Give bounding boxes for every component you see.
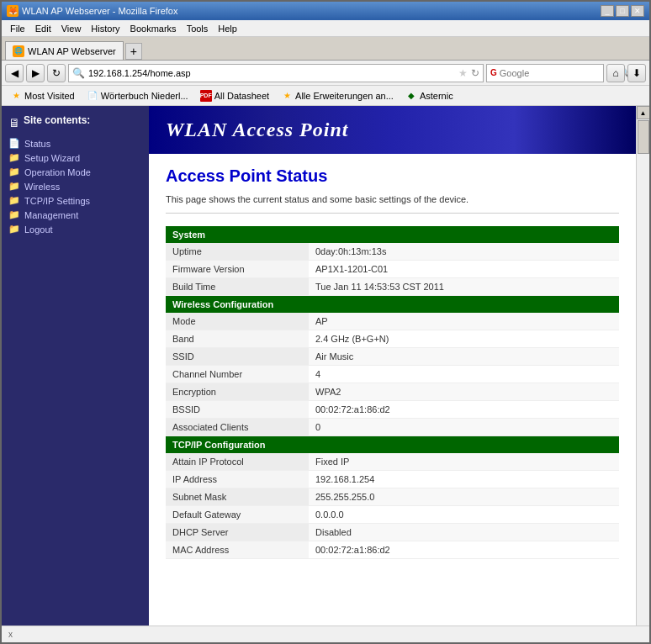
window-title: WLAN AP Webserver - Mozilla Firefox xyxy=(22,6,177,16)
ip-address-value: 192.168.1.254 xyxy=(309,471,619,488)
sidebar-label-logout: Logout xyxy=(24,224,53,235)
firmware-value: AP1X1-1201-C01 xyxy=(309,261,619,278)
bookmark-woerterbuch[interactable]: 📄 Wörterbuch Niederl... xyxy=(83,89,192,103)
scrollbar-thumb[interactable] xyxy=(638,120,649,154)
channel-value: 4 xyxy=(309,366,619,383)
page-wrapper: 🖥 Site contents: 📄 Status 📁 Setup Wizard… xyxy=(2,106,649,626)
band-value: 2.4 GHz (B+G+N) xyxy=(309,330,619,348)
header-title: WLAN Access Point xyxy=(166,119,348,140)
section-header-wireless: Wireless Configuration xyxy=(166,296,619,314)
reload-icon[interactable]: ↻ xyxy=(471,67,479,79)
uptime-label: Uptime xyxy=(166,243,309,261)
sidebar-item-operation-mode[interactable]: 📁 Operation Mode xyxy=(8,165,142,179)
search-engine-icon: G xyxy=(490,68,497,77)
default-gateway-label: Default Gateway xyxy=(166,506,309,524)
bookmark-label-1: Wörterbuch Niederl... xyxy=(101,91,188,101)
sidebar-label-wireless: Wireless xyxy=(24,182,60,192)
bssid-value: 00:02:72:a1:86:d2 xyxy=(309,401,619,419)
subnet-mask-value: 255.255.255.0 xyxy=(309,488,619,506)
ssid-label: SSID xyxy=(166,348,309,366)
close-button[interactable]: ✕ xyxy=(631,5,644,17)
file-menu[interactable]: File xyxy=(5,23,30,34)
table-row: Uptime 0day:0h:13m:13s xyxy=(166,243,619,261)
sidebar-item-wireless[interactable]: 📁 Wireless xyxy=(8,179,142,193)
table-row: Default Gateway 0.0.0.0 xyxy=(166,506,619,524)
bookmark-alle-erweiterungen[interactable]: ★ Alle Erweiterungen an... xyxy=(278,89,397,103)
back-button[interactable]: ◀ xyxy=(5,64,24,82)
sidebar-item-status[interactable]: 📄 Status xyxy=(8,136,142,150)
operation-folder-icon: 📁 xyxy=(8,166,20,177)
status-bar: x xyxy=(2,626,649,642)
sidebar-label-setup: Setup Wizard xyxy=(24,153,80,163)
star-bookmark-icon-2: ★ xyxy=(281,90,293,102)
star-icon[interactable]: ★ xyxy=(458,67,468,79)
bookmark-asternic[interactable]: ◆ Asternic xyxy=(402,89,457,103)
pdf-bookmark-icon: PDF xyxy=(200,90,212,102)
sidebar-label-tcpip: TCP/IP Settings xyxy=(24,196,90,206)
mode-label: Mode xyxy=(166,313,309,330)
default-gateway-value: 0.0.0.0 xyxy=(309,506,619,524)
buildtime-label: Build Time xyxy=(166,278,309,296)
sidebar-title: Site contents: xyxy=(24,114,90,126)
maximize-button[interactable]: □ xyxy=(616,5,629,17)
lock-icon: 🔍 xyxy=(72,67,85,79)
scrollbar-up-button[interactable]: ▲ xyxy=(637,106,650,119)
active-tab[interactable]: 🌐 WLAN AP Webserver xyxy=(5,41,124,60)
forward-button[interactable]: ▶ xyxy=(26,64,45,82)
table-row: Encryption WPA2 xyxy=(166,383,619,401)
sidebar-label-status: Status xyxy=(24,139,50,149)
management-folder-icon: 📁 xyxy=(8,209,20,220)
tab-label: WLAN AP Webserver xyxy=(28,46,116,56)
title-bar: 🦊 WLAN AP Webserver - Mozilla Firefox _ … xyxy=(2,2,649,20)
status-folder-icon: 📄 xyxy=(8,138,20,149)
status-text: x xyxy=(8,630,13,639)
status-content: Access Point Status This page shows the … xyxy=(149,154,636,572)
table-row: Associated Clients 0 xyxy=(166,419,619,436)
search-input[interactable] xyxy=(500,68,616,78)
address-bar: 🔍 ★ ↻ xyxy=(68,64,484,82)
sidebar-item-setup-wizard[interactable]: 📁 Setup Wizard xyxy=(8,150,142,165)
browser-window: 🦊 WLAN AP Webserver - Mozilla Firefox _ … xyxy=(0,0,651,644)
bssid-label: BSSID xyxy=(166,401,309,419)
logout-folder-icon: 📁 xyxy=(8,224,20,235)
tools-menu[interactable]: Tools xyxy=(182,23,214,34)
edit-menu[interactable]: Edit xyxy=(30,23,56,34)
tcpip-folder-icon: 📁 xyxy=(8,195,20,206)
status-table: System Uptime 0day:0h:13m:13s Firmware V… xyxy=(166,226,619,559)
new-tab-button[interactable]: + xyxy=(125,43,142,60)
page-title: Access Point Status xyxy=(166,166,619,186)
table-row: Mode AP xyxy=(166,313,619,330)
reload-button[interactable]: ↻ xyxy=(47,64,66,82)
channel-label: Channel Number xyxy=(166,366,309,383)
dhcp-server-value: Disabled xyxy=(309,524,619,541)
help-menu[interactable]: Help xyxy=(213,23,242,34)
table-row: Channel Number 4 xyxy=(166,366,619,383)
address-input[interactable] xyxy=(88,68,455,78)
wireless-section-header: Wireless Configuration xyxy=(166,296,619,314)
history-menu[interactable]: History xyxy=(86,23,124,34)
mac-address-label: MAC Address xyxy=(166,541,309,559)
bookmark-all-datasheet[interactable]: PDF All Datasheet xyxy=(197,89,273,103)
section-header-tcpip: TCP/IP Configuration xyxy=(166,436,619,454)
sidebar-item-tcpip[interactable]: 📁 TCP/IP Settings xyxy=(8,193,142,208)
view-menu[interactable]: View xyxy=(56,23,87,34)
bookmark-most-visited[interactable]: ★ Most Visited xyxy=(7,89,78,103)
subnet-mask-label: Subnet Mask xyxy=(166,488,309,506)
table-row: IP Address 192.168.1.254 xyxy=(166,471,619,488)
minimize-button[interactable]: _ xyxy=(601,5,614,17)
home-button[interactable]: ⌂ xyxy=(606,64,625,82)
buildtime-value: Tue Jan 11 14:53:53 CST 2011 xyxy=(309,278,619,296)
menu-bar: File Edit View History Bookmarks Tools H… xyxy=(2,20,649,37)
sidebar-item-management[interactable]: 📁 Management xyxy=(8,208,142,222)
system-section-header: System xyxy=(166,226,619,243)
bookmark-label-2: All Datasheet xyxy=(214,91,269,101)
download-button[interactable]: ⬇ xyxy=(627,64,646,82)
section-header-system: System xyxy=(166,226,619,243)
dhcp-server-label: DHCP Server xyxy=(166,524,309,541)
uptime-value: 0day:0h:13m:13s xyxy=(309,243,619,261)
table-row: Band 2.4 GHz (B+G+N) xyxy=(166,330,619,348)
sidebar-item-logout[interactable]: 📁 Logout xyxy=(8,222,142,236)
encryption-value: WPA2 xyxy=(309,383,619,401)
table-row: Subnet Mask 255.255.255.0 xyxy=(166,488,619,506)
bookmarks-menu[interactable]: Bookmarks xyxy=(125,23,182,34)
